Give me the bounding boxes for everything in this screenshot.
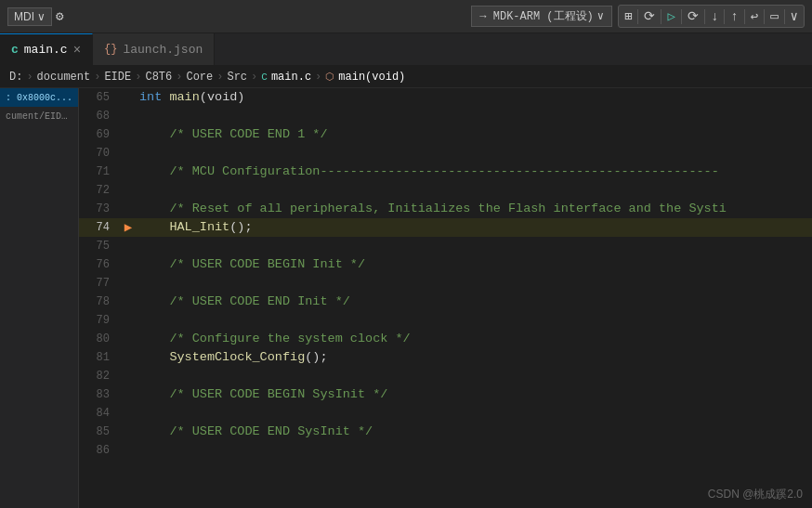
tab-c-icon: c [11,43,19,57]
sidebar-path-text: cument/EIDE/C [6,111,78,122]
breadcrumb-sep-7: › [315,71,321,84]
download-icon[interactable]: ↓ [705,7,724,27]
bp-col-83 [121,385,136,404]
code-editor[interactable]: 65 int main(void) 68 69 /* USER CODE END… [79,88,812,508]
tab-bar: c main.c × {} launch.json [0,33,812,66]
code-content-71: /* MCU Configuration--------------------… [136,163,812,181]
line-num-85: 85 [79,423,121,441]
bp-col-85 [121,423,136,441]
code-content-84 [136,404,812,423]
code-content-78: /* USER CODE END Init */ [136,293,812,311]
code-line-65: 65 int main(void) [79,88,812,107]
code-content-70 [136,144,812,163]
code-line-81: 81 SystemClock_Config(); [79,348,812,367]
gear-icon[interactable]: ⚙ [56,8,63,24]
bp-col-78 [121,293,136,311]
bp-col-71 [121,163,136,181]
sidebar-path-item[interactable]: cument/EIDE/C [0,107,78,125]
bp-col-82 [121,367,136,385]
line-num-84: 84 [79,404,121,423]
breadcrumb-d[interactable]: D: [9,71,22,84]
code-content-85: /* USER CODE END SysInit */ [136,423,812,441]
bp-col-69 [121,125,136,144]
code-line-86: 86 [79,441,812,460]
expand-chevron[interactable]: ∨ [785,6,804,27]
line-num-71: 71 [79,163,121,181]
breadcrumb-mainc[interactable]: main.c [271,71,311,84]
reload-icon[interactable]: ⟳ [682,6,704,27]
code-line-84: 84 [79,404,812,423]
bp-col-70 [121,144,136,163]
target-chevron: ∨ [597,9,604,23]
line-num-77: 77 [79,274,121,293]
line-num-82: 82 [79,367,121,385]
bp-col-72 [121,181,136,200]
line-num-78: 78 [79,293,121,311]
play-icon[interactable]: ▷ [661,6,680,27]
tab-main-c-close[interactable]: × [73,44,81,57]
code-line-83: 83 /* USER CODE BEGIN SysInit */ [79,385,812,404]
code-content-73: /* Reset of all peripherals, Initializes… [136,200,812,218]
main-area: : 0x8000c... cument/EIDE/C 65 int main(v… [0,88,812,508]
target-selector[interactable]: → MDK-ARM (工程设) ∨ [471,6,612,27]
code-content-81: SystemClock_Config(); [136,348,812,367]
mdi-chevron: ∨ [37,10,46,23]
code-content-74: HAL_Init(); [136,218,812,237]
bp-col-68 [121,107,136,125]
line-num-72: 72 [79,181,121,200]
code-content-79 [136,311,812,330]
refresh-icon[interactable]: ⟳ [638,6,661,27]
undo-icon[interactable]: ↩ [745,6,764,27]
code-content-80: /* Configure the system clock */ [136,330,812,348]
breadcrumb-core[interactable]: Core [186,71,213,84]
breadcrumb-sep-1: › [26,71,33,84]
code-line-80: 80 /* Configure the system clock */ [79,330,812,348]
watermark: CSDN @桃成蹊2.0 [708,487,803,502]
tab-main-c[interactable]: c main.c × [0,33,93,65]
code-content-68 [136,107,812,125]
bp-col-73 [121,200,136,218]
bp-col-74: ▶ [121,218,136,237]
line-num-73: 73 [79,200,121,218]
tab-launch-json-label: launch.json [123,43,203,57]
toolbar-left: MDI ∨ ⚙ [7,7,63,26]
toolbar: MDI ∨ ⚙ → MDK-ARM (工程设) ∨ ⊞ ⟳ ▷ ⟳ ↓ ↑ ↩ … [0,0,812,33]
code-content-65: int main(void) [136,88,812,107]
mdi-label: MDI [14,10,34,23]
bp-col-79 [121,311,136,330]
breadcrumb-src[interactable]: Src [227,71,247,84]
c-file-icon: C [261,72,268,83]
bp-col-86 [121,441,136,460]
line-num-79: 79 [79,311,121,330]
sidebar-address-item[interactable]: : 0x8000c... [0,88,78,107]
code-line-70: 70 [79,144,812,163]
code-line-73: 73 /* Reset of all peripherals, Initiali… [79,200,812,218]
breadcrumb-c8t6[interactable]: C8T6 [145,71,172,84]
mdi-button[interactable]: MDI ∨ [7,7,52,26]
upload-icon[interactable]: ↑ [725,7,743,27]
code-line-68: 68 [79,107,812,125]
code-content-75 [136,237,812,255]
breadcrumb-sep-5: › [216,71,223,84]
breadcrumb-eide[interactable]: EIDE [104,71,131,84]
breadcrumb-sep-4: › [176,71,182,84]
code-content-69: /* USER CODE END 1 */ [136,125,812,144]
code-content-82 [136,367,812,385]
breadcrumb-document[interactable]: document [37,71,91,84]
line-num-74: 74 [79,218,121,237]
bp-col-84 [121,404,136,423]
grid-icon[interactable]: ⊞ [619,6,637,27]
bp-col-77 [121,274,136,293]
code-content-86 [136,441,812,460]
line-num-80: 80 [79,330,121,348]
breadcrumb-main-void[interactable]: main(void) [338,71,405,84]
breadcrumb-sep-3: › [135,71,141,84]
code-line-71: 71 /* MCU Configuration-----------------… [79,163,812,181]
line-num-69: 69 [79,125,121,144]
tab-launch-json[interactable]: {} launch.json [93,33,215,65]
watermark-text: CSDN @桃成蹊2.0 [708,488,803,501]
code-line-77: 77 [79,274,812,293]
rect-icon[interactable]: ▭ [765,6,783,27]
code-line-74: 74 ▶ HAL_Init(); [79,218,812,237]
line-num-75: 75 [79,237,121,255]
